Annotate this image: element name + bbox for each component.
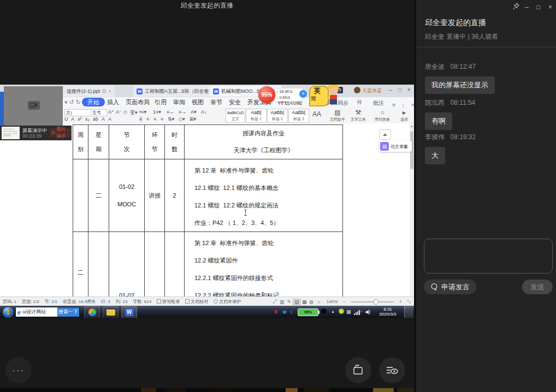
proofread-toggle[interactable]: 文档校对 bbox=[185, 299, 208, 305]
taskbar-app-wps[interactable]: W bbox=[121, 306, 137, 318]
taskbar-app-explorer[interactable] bbox=[103, 306, 119, 318]
search-go-button[interactable]: 搜索一下 bbox=[57, 307, 79, 317]
zoom-out-icon[interactable]: − bbox=[343, 299, 346, 304]
fit-page-icon[interactable]: ⤡ bbox=[407, 299, 411, 305]
doc-tab-ppt[interactable]: 连接件(2-1).ppt ⊡ + bbox=[63, 86, 115, 97]
text-tools[interactable]: ⚒ 文字工具 bbox=[348, 108, 368, 122]
highlight-icon[interactable]: ab bbox=[93, 116, 98, 122]
style-heading3[interactable]: AaBb( 标题 3 bbox=[288, 109, 309, 123]
borders-icon[interactable]: ⊞▾ bbox=[190, 116, 196, 122]
protection-status[interactable]: 文档未保护 bbox=[214, 299, 241, 305]
taskbar-app-browser[interactable] bbox=[84, 306, 100, 318]
underline-icon[interactable]: U bbox=[64, 116, 68, 122]
clear-format-icon[interactable]: ◇ bbox=[123, 109, 127, 115]
new-tab-icon[interactable]: + bbox=[109, 88, 111, 94]
tab-pin-icon[interactable]: ⊡ bbox=[102, 88, 107, 94]
sort-icon[interactable]: A↓ bbox=[201, 109, 207, 115]
ribbon-tab-references[interactable]: 引用 bbox=[155, 98, 167, 106]
quick-access-icons[interactable]: ▾ ↺ ↻ bbox=[64, 98, 81, 106]
minimize-icon[interactable]: – bbox=[525, 3, 529, 11]
align-right-icon[interactable]: ≡ bbox=[153, 116, 156, 122]
char-shading-icon[interactable]: A bbox=[108, 116, 111, 122]
scroll-up-icon[interactable]: ▲ bbox=[410, 124, 413, 128]
show-desktop-button[interactable] bbox=[404, 306, 413, 318]
paper-check-widget[interactable]: ▤ 论文查重 bbox=[379, 141, 412, 152]
line-spacing-icon[interactable]: ⇅▾ bbox=[168, 116, 174, 122]
status-word-count[interactable]: 字数: 614 bbox=[133, 299, 151, 305]
account-name[interactable]: 天蓝海蓝 bbox=[362, 87, 382, 94]
battery-indicator[interactable]: 96% bbox=[298, 308, 318, 316]
align-left-icon[interactable]: ≡ bbox=[139, 116, 142, 122]
ribbon-tab-section[interactable]: 章节 bbox=[210, 98, 222, 106]
tray-grid-icon[interactable]: ▦ bbox=[346, 308, 351, 315]
volume-icon[interactable]: ◀) bbox=[365, 308, 370, 315]
ribbon-tab-view[interactable]: 视图 bbox=[192, 98, 204, 106]
start-button[interactable] bbox=[2, 306, 14, 318]
wps-minimize-icon[interactable]: – bbox=[389, 87, 392, 93]
zoom-in-icon[interactable]: + bbox=[399, 299, 402, 304]
ribbon-tab-insert[interactable]: 插入 bbox=[107, 98, 119, 106]
zoom-slider-knob[interactable] bbox=[373, 299, 378, 305]
style-heading1[interactable]: AaB| 标题 1 bbox=[246, 109, 267, 123]
send-button[interactable]: 发送 bbox=[522, 280, 553, 294]
subscript-icon[interactable]: x₂ bbox=[85, 116, 90, 122]
pin-icon[interactable] bbox=[512, 3, 519, 12]
select-tool[interactable]: ▸ 选择 bbox=[394, 108, 414, 122]
view-web-icon[interactable]: ▦ bbox=[301, 299, 308, 305]
chat-input[interactable] bbox=[424, 239, 553, 274]
zoom-level[interactable]: 140% bbox=[327, 299, 338, 304]
tray-dots-icon[interactable]: ⁝ bbox=[291, 308, 292, 315]
tray-shield-icon[interactable] bbox=[339, 308, 344, 314]
bullets-icon[interactable]: •≡▾ bbox=[139, 109, 146, 115]
font-shrink-icon[interactable]: A⁻ bbox=[116, 109, 122, 115]
maximize-icon[interactable]: □ bbox=[536, 3, 540, 11]
tray-sogou-icon[interactable]: S bbox=[274, 308, 277, 315]
numbering-icon[interactable]: 1≡▾ bbox=[153, 109, 161, 115]
text-direction-icon[interactable]: A▾ bbox=[191, 109, 197, 115]
close-icon[interactable]: × bbox=[548, 3, 552, 11]
net-monitor-plus-icon[interactable]: + bbox=[299, 90, 307, 98]
tray-dark-icon[interactable] bbox=[321, 308, 327, 314]
superscript-icon[interactable]: x² bbox=[78, 116, 82, 122]
switch-layout-button[interactable] bbox=[345, 357, 371, 383]
justify-icon[interactable]: ≡ bbox=[161, 116, 163, 122]
view-globe-icon[interactable]: ◍ bbox=[308, 299, 315, 305]
font-color-icon[interactable]: A bbox=[71, 116, 74, 122]
net-monitor-ball[interactable]: 95% bbox=[258, 86, 275, 103]
new-style-icon[interactable]: AA bbox=[312, 110, 321, 118]
doc-assistant-tool[interactable]: ▤ 文档助手 bbox=[328, 108, 347, 122]
ribbon-tab-home[interactable]: 开始 bbox=[82, 98, 105, 106]
request-speak-button[interactable]: 申请发言 bbox=[424, 280, 476, 294]
font-size-select[interactable]: 五号 bbox=[91, 109, 107, 116]
indent-icon[interactable]: ≡→ bbox=[179, 109, 186, 115]
shading-icon[interactable]: ◇▾ bbox=[179, 116, 185, 122]
wps-close-icon[interactable]: × bbox=[407, 87, 411, 93]
network-signal-icon[interactable] bbox=[354, 310, 360, 315]
view-eye-protect-icon[interactable]: ☼ bbox=[315, 299, 322, 305]
more-options-button[interactable]: ··· bbox=[5, 357, 32, 383]
phonetic-icon[interactable]: 变▾ bbox=[130, 109, 138, 116]
font-name-select[interactable]: 文) bbox=[64, 109, 92, 116]
document-page[interactable]: 周别 星期 节次 环节 时数 授课内容及作业天津大学《工程图学》 二 01-02… bbox=[0, 123, 414, 296]
ribbon-tab-security[interactable]: 安全 bbox=[229, 98, 241, 106]
view-outline-icon[interactable]: ▥ bbox=[279, 299, 286, 305]
char-color-icon[interactable]: A bbox=[102, 116, 105, 122]
align-center-icon[interactable]: ≡ bbox=[146, 116, 149, 122]
tray-app-icon[interactable]: ◉ bbox=[282, 308, 287, 315]
member-list-button[interactable] bbox=[379, 357, 405, 383]
account-avatar[interactable] bbox=[354, 87, 360, 93]
view-print-layout-icon[interactable]: ▤ bbox=[293, 299, 301, 305]
collapse-widget-button[interactable] bbox=[379, 129, 391, 140]
exit-presentation-button[interactable]: 退出演示 bbox=[50, 128, 72, 137]
ribbon-tab-layout[interactable]: 页面布局 bbox=[126, 98, 150, 106]
view-fullscreen-icon[interactable]: ⤢ bbox=[271, 299, 279, 305]
taskbar-clock[interactable]: 8:31 2020/3/3 bbox=[375, 307, 401, 317]
spell-check-toggle[interactable]: 拼写检查 bbox=[157, 299, 180, 305]
tray-expand-icon[interactable]: ▲ bbox=[331, 308, 335, 315]
outdent-icon[interactable]: ≡← bbox=[167, 109, 174, 115]
ribbon-tab-review[interactable]: 审阅 bbox=[173, 98, 185, 106]
view-write-icon[interactable]: ✎ bbox=[286, 299, 293, 305]
style-normal[interactable]: AaBbCcD 正文 bbox=[226, 109, 245, 123]
taskbar-search[interactable]: e ui设计网站 搜索一下 bbox=[15, 307, 80, 317]
style-heading2[interactable]: AaBb( 标题 2 bbox=[267, 109, 288, 123]
